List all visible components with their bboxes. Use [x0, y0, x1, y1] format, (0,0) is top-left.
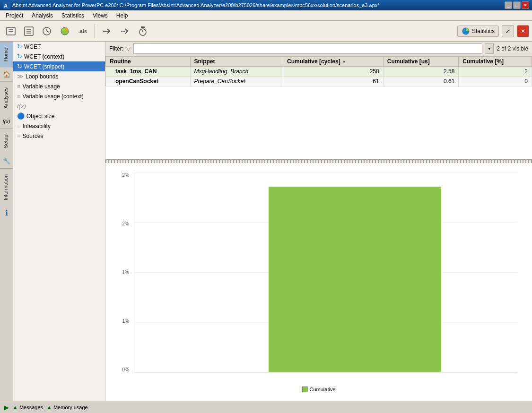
vtab-information[interactable]: Information: [0, 168, 13, 206]
messages-label: Messages: [19, 404, 43, 410]
vtab-home[interactable]: Home: [0, 42, 13, 67]
col-cycles[interactable]: Cumulative [cycles] ▼: [283, 57, 383, 67]
dotarrow-tool-button[interactable]: [117, 23, 133, 39]
legend-label: Cumulative: [309, 387, 335, 392]
sidebar-infeasibility-label: Infeasibility: [23, 123, 51, 129]
vtab-setup[interactable]: Setup: [0, 129, 13, 154]
filter-bar: Filter: ▽ ▼ 2 of 2 visible: [105, 42, 532, 56]
vtab-icons: 🏠: [0, 67, 13, 81]
vtab-analyses[interactable]: Analyses: [0, 81, 13, 114]
filter-dropdown-button[interactable]: ▼: [485, 43, 494, 54]
chart-area: 2% 2% 1% 1% 0%: [105, 163, 532, 401]
sidebar-item-wcet-context[interactable]: ↻ WCET (context): [13, 52, 105, 61]
vtab-setup-icons: 🔧: [0, 154, 13, 168]
sidebar-item-variable-usage-context[interactable]: ≡ Variable usage (context): [13, 91, 105, 101]
expand-button[interactable]: ⤢: [502, 25, 514, 37]
menu-analysis[interactable]: Analysis: [28, 11, 57, 20]
vtab-icon-info[interactable]: ℹ: [1, 208, 12, 218]
filter-label: Filter:: [109, 45, 123, 52]
table-row[interactable]: task_1ms_CAN MsgHandling_Branch 258 2.58…: [106, 67, 532, 77]
y-label-2: 1%: [122, 270, 129, 275]
sidebar-item-wcet[interactable]: ↻ WCET: [13, 42, 105, 52]
clock-tool-button[interactable]: [39, 23, 55, 39]
sidebar-item-sources[interactable]: ≡ Sources: [13, 131, 105, 141]
pie-tool-button[interactable]: [57, 23, 73, 39]
list-tool-button[interactable]: [21, 23, 37, 39]
cycles-cell-1: 61: [283, 77, 383, 86]
sources-icon: ≡: [17, 132, 21, 139]
sidebar-sources-label: Sources: [23, 133, 44, 139]
sidebar-variable-usage-context-label: Variable usage (context): [23, 93, 84, 100]
menu-bar: Project Analysis Statistics Views Help: [0, 10, 532, 21]
sidebar-item-loop-bounds[interactable]: ≫ Loop bounds: [13, 71, 105, 81]
statistics-button[interactable]: Statistics: [457, 26, 499, 37]
sidebar-item-wcet-snippet[interactable]: ↻ WCET (snippet): [13, 61, 105, 71]
object-size-icon: 🔵: [17, 112, 25, 120]
memory-item[interactable]: ▲ Memory usage: [47, 404, 88, 410]
sidebar-item-infeasibility[interactable]: ≡ Infeasibility: [13, 121, 105, 131]
close-icon: ✕: [521, 28, 525, 34]
col-pct: Cumulative [%]: [459, 57, 532, 67]
routine-cell-1: openCanSocket: [106, 77, 191, 86]
memory-label: Memory usage: [53, 404, 88, 410]
separator-1: [95, 24, 95, 38]
menu-statistics[interactable]: Statistics: [58, 11, 88, 20]
play-button[interactable]: ▶: [4, 404, 9, 411]
us-cell-1: 0.61: [383, 77, 459, 86]
menu-help[interactable]: Help: [113, 11, 132, 20]
sidebar-wcet-label: WCET: [24, 43, 41, 50]
messages-item[interactable]: ▲ Messages: [13, 404, 43, 410]
close-window-button[interactable]: ✕: [522, 1, 529, 9]
close-panel-button[interactable]: ✕: [517, 25, 529, 37]
toolbar: .ais Statistics ⤢ ✕: [0, 21, 532, 42]
sidebar-object-size-label: Object size: [26, 113, 54, 120]
y-label-1: 1%: [122, 318, 129, 324]
table-row[interactable]: openCanSocket Prepare_CanSocket 61 0.61 …: [106, 77, 532, 86]
snippet-cell-1: Prepare_CanSocket: [190, 77, 283, 86]
content-area: Filter: ▽ ▼ 2 of 2 visible Routine Snipp…: [105, 42, 532, 401]
vtab-icon-setup[interactable]: 🔧: [1, 156, 12, 166]
variable-usage-icon: ≡: [17, 83, 21, 90]
ais-tool-button[interactable]: .ais: [75, 23, 91, 39]
table-header-row: Routine Snippet Cumulative [cycles] ▼ Cu…: [106, 57, 532, 67]
sidebar-wcet-context-label: WCET (context): [24, 53, 64, 60]
svg-line-11: [47, 31, 49, 32]
filter-icon: ▽: [126, 45, 131, 52]
sidebar-item-object-size[interactable]: 🔵 Object size: [13, 111, 105, 121]
wcet-snippet-icon: ↻: [17, 63, 22, 70]
col-us: Cumulative [us]: [383, 57, 459, 67]
cycles-cell-0: 258: [283, 67, 383, 77]
vtab-icon-home[interactable]: 🏠: [1, 69, 12, 79]
y-label-3: 2%: [122, 221, 129, 226]
vtab-icon-analyses[interactable]: f(x): [1, 116, 12, 127]
status-bar: ▶ ▲ Messages ▲ Memory usage: [0, 401, 532, 413]
loop-bounds-icon: ≫: [17, 73, 24, 80]
minimize-button[interactable]: _: [505, 1, 512, 9]
window-controls: _ □ ✕: [505, 1, 529, 9]
chart-bar-0[interactable]: [269, 187, 441, 372]
memory-triangle-icon: ▲: [47, 404, 52, 410]
statistics-label: Statistics: [472, 28, 495, 34]
menu-project[interactable]: Project: [2, 11, 27, 20]
wcet-icon: ↻: [17, 43, 22, 50]
visible-count: 2 of 2 visible: [497, 45, 528, 52]
svg-rect-15: [141, 26, 145, 28]
title-bar: A AbsInt Advanced Analyzer for PowerPC e…: [0, 0, 532, 10]
vertical-tab-strip: Home 🏠 Analyses f(x) Setup 🔧 Information…: [0, 42, 13, 401]
sidebar-variable-usage-label: Variable usage: [23, 83, 60, 90]
maximize-button[interactable]: □: [513, 1, 521, 9]
sort-icon-cycles: ▼: [342, 60, 346, 64]
arrow-tool-button[interactable]: [99, 23, 115, 39]
col-snippet: Snippet: [190, 57, 283, 67]
sidebar-item-variable-usage[interactable]: ≡ Variable usage: [13, 81, 105, 91]
col-routine: Routine: [106, 57, 191, 67]
variable-usage-context-icon: ≡: [17, 93, 21, 100]
data-table: Routine Snippet Cumulative [cycles] ▼ Cu…: [105, 56, 532, 86]
y-label-0: 0%: [122, 367, 129, 372]
project-tool-button[interactable]: [3, 23, 19, 39]
filter-input[interactable]: [133, 43, 482, 54]
y-label-4: 2%: [122, 172, 129, 178]
timer-tool-button[interactable]: [135, 23, 151, 39]
sidebar-item-fx[interactable]: f(x): [13, 101, 105, 111]
menu-views[interactable]: Views: [89, 11, 112, 20]
